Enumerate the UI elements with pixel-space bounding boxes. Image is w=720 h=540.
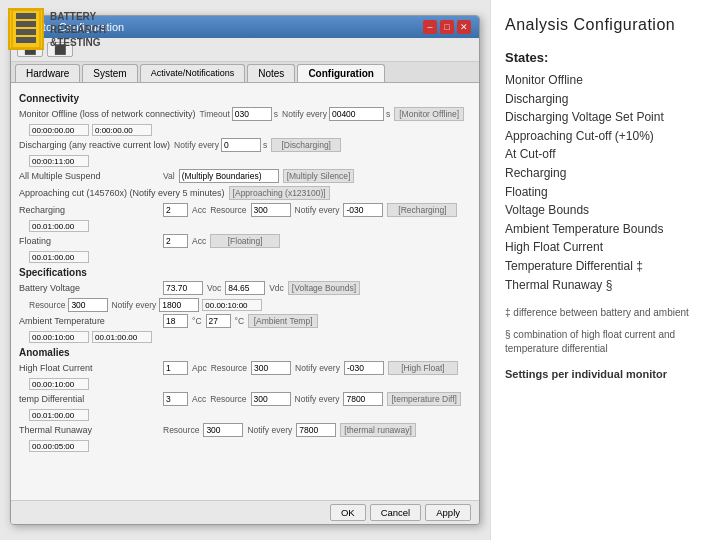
thermal-runaway-notify-input[interactable]	[296, 423, 336, 437]
battery-voltage-resource-input[interactable]	[68, 298, 108, 312]
footnote1: ‡ difference between battery and ambient	[505, 306, 706, 320]
thermal-runaway-sub-input[interactable]	[29, 440, 89, 452]
battery-voltage-sub-input[interactable]	[202, 299, 262, 311]
state-recharging: Recharging	[505, 164, 706, 183]
floating-val-input[interactable]	[163, 234, 188, 248]
ambient-temp-bracket: [Ambient Temp]	[248, 314, 318, 328]
recharging-sub-input[interactable]	[29, 220, 89, 232]
anomalies-header: Anomalies	[19, 347, 471, 358]
battery-voltage-max-input[interactable]	[225, 281, 265, 295]
state-at-cutoff: At Cut-off	[505, 145, 706, 164]
row-multiply-suspend: All Multiple Suspend Val [Multiply Silen…	[19, 169, 471, 183]
temp-diff-notify-input[interactable]	[343, 392, 383, 406]
monitor-offline-notify-input[interactable]	[329, 107, 384, 121]
floating-sub-input[interactable]	[29, 251, 89, 263]
temp-diff-resource-input[interactable]	[251, 392, 291, 406]
svg-rect-1	[16, 13, 36, 19]
discharging-notify-input[interactable]	[221, 138, 261, 152]
high-float-sub	[29, 378, 471, 390]
recharging-bracket: [Recharging]	[387, 203, 457, 217]
row-battery-voltage: Battery Voltage Voc Vdc [Voltage Bounds]	[19, 281, 471, 295]
apply-button[interactable]: Apply	[425, 504, 471, 521]
state-floating: Floating	[505, 183, 706, 202]
connectivity-header: Connectivity	[19, 93, 471, 104]
dialog-tabs: Hardware System Activate/Notifications N…	[11, 62, 479, 83]
multiply-val-input[interactable]	[179, 169, 279, 183]
high-float-val-input[interactable]	[163, 361, 188, 375]
floating-sub	[29, 251, 471, 263]
temp-diff-sub-input[interactable]	[29, 409, 89, 421]
multiply-bracket: [Multiply Silence]	[283, 169, 355, 183]
thermal-runaway-label: Thermal Runaway	[19, 425, 159, 435]
ambient-temp-sub-input1[interactable]	[29, 331, 89, 343]
row-recharging: Recharging Acc Resource Notify every [Re…	[19, 203, 471, 217]
battery-voltage-min-input[interactable]	[163, 281, 203, 295]
logo-icon	[8, 8, 44, 50]
state-monitor-offline: Monitor Offline	[505, 71, 706, 90]
temp-diff-val-input[interactable]	[163, 392, 188, 406]
high-float-sub-input[interactable]	[29, 378, 89, 390]
row-approaching-cutoff: Approaching cut (145760x) (Notify every …	[19, 186, 471, 200]
dialog-minimize-btn[interactable]: –	[423, 20, 437, 34]
dialog-window: Monitor Configuration – □ ✕ ⬛ ⬛ Hardware…	[10, 15, 480, 525]
ambient-temp-sub	[29, 331, 471, 343]
monitor-offline-sub-input2[interactable]	[92, 124, 152, 136]
battery-voltage-bracket: [Voltage Bounds]	[288, 281, 360, 295]
high-float-resource-input[interactable]	[251, 361, 291, 375]
monitor-offline-timeout-input[interactable]	[232, 107, 272, 121]
temp-diff-bracket: [temperature Diff]	[387, 392, 461, 406]
recharging-val-input[interactable]	[163, 203, 188, 217]
high-float-notify-input[interactable]	[344, 361, 384, 375]
monitor-offline-bracket: [Monitor Offline]	[394, 107, 464, 121]
dialog-content: Connectivity Monitor Offline (loss of ne…	[11, 83, 479, 500]
thermal-runaway-resource-input[interactable]	[203, 423, 243, 437]
recharging-notify-input[interactable]	[343, 203, 383, 217]
discharging-sub-input[interactable]	[29, 155, 89, 167]
row-thermal-runaway: Thermal Runaway Resource Notify every [t…	[19, 423, 471, 437]
svg-rect-2	[16, 21, 36, 27]
footnote2: § combination of high float current and …	[505, 328, 706, 356]
recharging-resource-input[interactable]	[251, 203, 291, 217]
temp-diff-label: temp Differential	[19, 394, 159, 404]
tab-notifications[interactable]: Activate/Notifications	[140, 64, 246, 82]
row-high-float: High Float Current Apc Resource Notify e…	[19, 361, 471, 375]
battery-voltage-notify-input[interactable]	[159, 298, 199, 312]
row-floating: Floating Acc [Floating]	[19, 234, 471, 248]
left-panel: BATTERY RESEARCH &TESTING Monitor Config…	[0, 0, 490, 540]
row-monitor-offline: Monitor Offline (loss of network connect…	[19, 107, 471, 121]
settings-note: Settings per individual monitor	[505, 368, 706, 380]
tab-hardware[interactable]: Hardware	[15, 64, 80, 82]
specifications-header: Specifications	[19, 267, 471, 278]
tab-notes[interactable]: Notes	[247, 64, 295, 82]
approaching-label: Approaching cut (145760x) (Notify every …	[19, 188, 225, 198]
dialog-maximize-btn[interactable]: □	[440, 20, 454, 34]
discharging-sub	[29, 155, 471, 167]
monitor-offline-notify-group: Notify every s	[282, 107, 390, 121]
cancel-button[interactable]: Cancel	[370, 504, 422, 521]
tab-configuration[interactable]: Configuration	[297, 64, 385, 82]
states-list: Monitor Offline Discharging Discharging …	[505, 71, 706, 294]
monitor-offline-sub-input1[interactable]	[29, 124, 89, 136]
floating-label: Floating	[19, 236, 159, 246]
tab-system[interactable]: System	[82, 64, 137, 82]
row-ambient-temp: Ambient Temperature °C °C [Ambient Temp]	[19, 314, 471, 328]
thermal-runaway-sub	[29, 440, 471, 452]
temp-diff-sub	[29, 409, 471, 421]
state-approaching-cutoff: Approaching Cut-off (+10%)	[505, 127, 706, 146]
ambient-temp-sub-input2[interactable]	[92, 331, 152, 343]
recharging-label: Recharging	[19, 205, 159, 215]
ambient-temp-max-input[interactable]	[206, 314, 231, 328]
dialog-footer: OK Cancel Apply	[11, 500, 479, 524]
dialog-close-btn[interactable]: ✕	[457, 20, 471, 34]
ambient-temp-min-input[interactable]	[163, 314, 188, 328]
state-thermal-runaway: Thermal Runaway §	[505, 276, 706, 295]
state-ambient-temp: Ambient Temperature Bounds	[505, 220, 706, 239]
approaching-bracket: [Approaching (x123100)]	[229, 186, 330, 200]
multiply-suspend-label: All Multiple Suspend	[19, 171, 159, 181]
high-float-bracket: [High Float]	[388, 361, 458, 375]
state-high-float: High Float Current	[505, 238, 706, 257]
recharging-sub	[29, 220, 471, 232]
svg-rect-3	[16, 29, 36, 35]
ok-button[interactable]: OK	[330, 504, 366, 521]
floating-bracket: [Floating]	[210, 234, 280, 248]
